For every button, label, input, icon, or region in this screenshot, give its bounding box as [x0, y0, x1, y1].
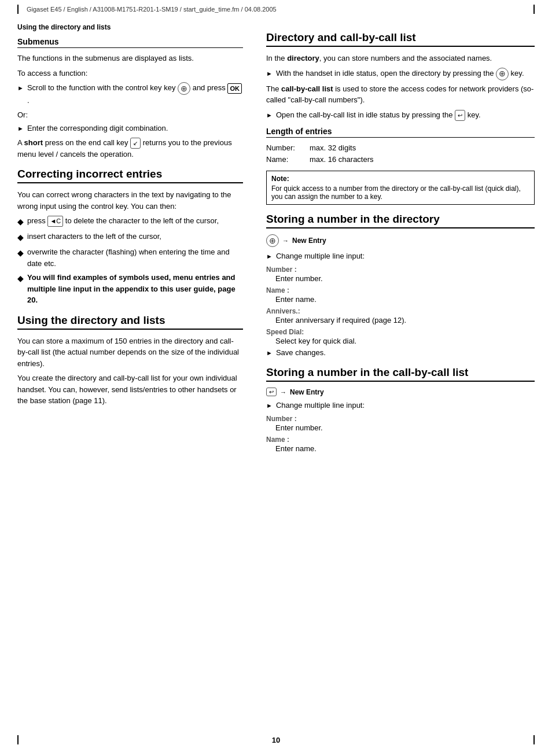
correcting-p1: You can correct wrong characters in the … [17, 189, 243, 212]
end-key-dir-icon: ↩ [455, 110, 465, 121]
submenus-title: Submenus [17, 37, 243, 48]
storing-dir-arrow1-text: Change multiple line input: [276, 250, 535, 262]
name-value: max. 16 characters [310, 154, 374, 166]
correcting-d1: ◆ press ◄C to delete the character to th… [17, 215, 243, 228]
number-value: max. 32 digits [310, 142, 356, 154]
field-name-label: Name : [266, 286, 535, 294]
using-label: Using the directory and lists [17, 23, 243, 31]
note-title: Note: [271, 175, 529, 183]
storing-cbc-arrow1: ► Change multiple line input: [266, 400, 535, 411]
field-cbc-number-label: Number : [266, 415, 535, 423]
page-number: 10 [272, 736, 280, 744]
storing-dir-arrow2-text: Save changes. [276, 347, 535, 359]
diamond-icon-3: ◆ [17, 247, 24, 269]
arrow-icon-store-dir: ► [266, 252, 273, 262]
submenus-arrow1: ► Scroll to the function with the contro… [17, 82, 243, 106]
storing-callbycall-title: Storing a number in the call-by-call lis… [266, 366, 535, 382]
directory-section: Directory and call-by-call list In the d… [266, 31, 535, 205]
correcting-title: Correcting incorrect entries [17, 168, 243, 183]
submenus-arrow1-text: Scroll to the function with the control … [27, 82, 243, 106]
correcting-section: Correcting incorrect entries You can cor… [17, 168, 243, 306]
short-press-text: A short press on the end call key ↙ retu… [17, 137, 243, 160]
header-breadcrumb: Gigaset E45 / English / A31008-M1751-R20… [27, 6, 277, 13]
note-text: For quick access to a number from the di… [271, 185, 521, 201]
header-left-mark [17, 5, 19, 14]
new-entry-dir-key [266, 234, 279, 247]
arrow-icon-dir2: ► [266, 110, 273, 121]
field-annivers-value: Enter anniversary if required (page 12). [266, 316, 535, 324]
field-speeddial-value: Select key for quick dial. [266, 337, 535, 345]
page: Gigaset E45 / English / A31008-M1751-R20… [0, 0, 552, 756]
correcting-d3-text: overwrite the character (flashing) when … [27, 246, 243, 269]
correcting-d4-bold: You will find examples of symbols used, … [27, 273, 235, 304]
c-key-icon: ◄C [47, 216, 63, 227]
submenus-arrow2: ► Enter the corresponding digit combinat… [17, 123, 243, 134]
or-text: Or: [17, 109, 243, 121]
storing-dir-arrow2: ► Save changes. [266, 347, 535, 359]
storing-directory-section: Storing a number in the directory → New … [266, 213, 535, 358]
correcting-d4-text: You will find examples of symbols used, … [27, 272, 243, 306]
directory-main-title: Directory and call-by-call list [266, 31, 535, 47]
correcting-d2-text: insert characters to the left of the cur… [27, 231, 243, 244]
storing-directory-title: Storing a number in the directory [266, 213, 535, 228]
length-number-row: Number: max. 32 digits [266, 142, 535, 154]
arrow-icon-store-dir2: ► [266, 348, 273, 359]
using-directory-title: Using the directory and lists [17, 314, 243, 330]
storing-cbc-arrow1-text: Change multiple line input: [276, 400, 535, 411]
number-label: Number: [266, 142, 304, 154]
footer: 10 [17, 735, 535, 744]
name-label: Name: [266, 154, 304, 166]
field-cbc-number-value: Enter number. [266, 423, 535, 432]
arrow-icon-2: ► [17, 124, 24, 134]
using-directory-p2: You create the directory and call-by-cal… [17, 373, 243, 407]
storing-dir-arrow1: ► Change multiple line input: [266, 250, 535, 262]
header-right [530, 5, 535, 14]
new-entry-cbc-arrow: → [280, 389, 286, 396]
directory-bold: directory [287, 54, 319, 62]
using-directory-section: Using the directory and lists You can st… [17, 314, 243, 407]
length-title: Length of entries [266, 127, 535, 138]
directory-arrow1: ► With the handset in idle status, open … [266, 68, 535, 80]
new-entry-callbycall-key: ↩ [266, 388, 277, 396]
directory-arrow1-text: With the handset in idle status, open th… [276, 68, 535, 80]
control-key-icon [178, 82, 190, 95]
correcting-d2: ◆ insert characters to the left of the c… [17, 231, 243, 244]
length-table: Number: max. 32 digits Name: max. 16 cha… [266, 142, 535, 167]
diamond-icon-1: ◆ [17, 216, 24, 228]
short-bold: short [24, 138, 43, 147]
header-left: Gigaset E45 / English / A31008-M1751-R20… [17, 5, 277, 14]
diamond-icon-4: ◆ [17, 272, 24, 306]
end-call-key-icon: ↙ [130, 138, 141, 149]
footer-left-mark [17, 735, 19, 744]
field-number-value: Enter number. [266, 274, 535, 283]
footer-right-mark [533, 735, 535, 744]
new-entry-dir-label: New Entry [292, 237, 326, 245]
ok-key: OK [227, 83, 242, 94]
storing-directory-new-entry: → New Entry [266, 234, 535, 247]
callbycall-bold: call-by-call list [281, 84, 333, 93]
field-name-value: Enter name. [266, 295, 535, 304]
storing-callbycall-new-entry: ↩ → New Entry [266, 388, 535, 396]
directory-arrow2: ► Open the call-by-call list in idle sta… [266, 109, 535, 121]
submenus-arrow2-text: Enter the corresponding digit combinatio… [27, 123, 243, 134]
diamond-icon-2: ◆ [17, 231, 24, 244]
field-speeddial-label: Speed Dial: [266, 328, 535, 336]
arrow-icon-1: ► [17, 83, 24, 106]
directory-arrow2-text: Open the call-by-call list in idle statu… [276, 109, 535, 121]
submenus-section: Submenus The functions in the submenus a… [17, 37, 243, 160]
new-entry-cbc-label: New Entry [290, 388, 324, 396]
content: Using the directory and lists Submenus T… [0, 17, 552, 455]
header: Gigaset E45 / English / A31008-M1751-R20… [0, 0, 552, 17]
submenus-p1: The functions in the submenus are displa… [17, 53, 243, 64]
left-column: Using the directory and lists Submenus T… [17, 17, 260, 455]
correcting-d3: ◆ overwrite the character (flashing) whe… [17, 246, 243, 269]
note-box: Note: For quick access to a number from … [266, 171, 535, 205]
arrow-icon-dir1: ► [266, 69, 273, 80]
correcting-d4: ◆ You will find examples of symbols used… [17, 272, 243, 306]
field-annivers-label: Annivers.: [266, 307, 535, 315]
header-right-mark [533, 5, 535, 14]
field-number-label: Number : [266, 265, 535, 274]
directory-p2: The call-by-call list is used to store t… [266, 83, 535, 106]
field-cbc-name-value: Enter name. [266, 444, 535, 453]
storing-callbycall-section: Storing a number in the call-by-call lis… [266, 366, 535, 453]
